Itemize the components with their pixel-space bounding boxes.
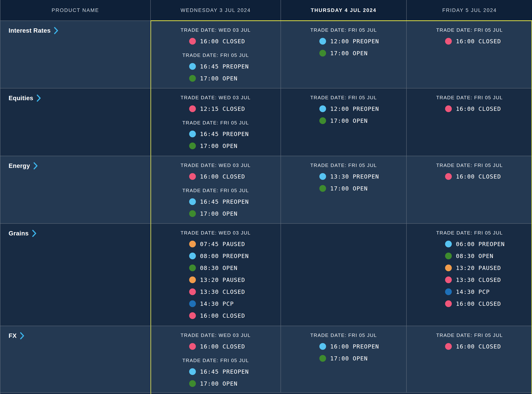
paused-status-dot — [445, 264, 452, 271]
event-status: CLOSED — [222, 312, 245, 319]
event-status: CLOSED — [222, 38, 245, 45]
event-status: OPEN — [478, 253, 494, 259]
event-status: OPEN — [222, 264, 238, 271]
schedule-entry: 17:00OPEN — [151, 378, 281, 389]
column-header-wednesday: WEDNESDAY 3 JUL 2024 — [151, 0, 281, 21]
schedule-cell-thu: TRADE DATE: FRI 05 JUL12:00PREOPEN17:00O… — [281, 88, 407, 156]
event-time: 17:00 — [200, 210, 219, 217]
schedule-entry: 06:00PREOPEN — [407, 238, 532, 250]
column-header-friday: FRIDAY 5 JUL 2024 — [407, 0, 532, 21]
event-status: CLOSED — [222, 288, 245, 295]
schedule-entry: 07:45PAUSED — [151, 238, 281, 250]
schedule-entry: 16:00CLOSED — [407, 341, 532, 353]
schedule-entry: 12:15CLOSED — [151, 103, 281, 115]
event-time: 16:00 — [200, 173, 219, 180]
open-status-dot — [319, 185, 326, 192]
closed-status-dot — [445, 343, 452, 350]
product-link-grains[interactable]: Grains — [9, 230, 36, 237]
event-status: CLOSED — [478, 276, 501, 283]
event-time: 13:30 — [456, 276, 475, 283]
trade-date-label: TRADE DATE: WED 03 JUL — [153, 94, 279, 101]
schedule-entry: 16:00CLOSED — [151, 171, 281, 182]
closed-status-dot — [189, 288, 196, 295]
trade-date-group: TRADE DATE: WED 03 JUL16:00CLOSED — [151, 162, 281, 182]
schedule-entry: 13:20PAUSED — [151, 274, 281, 286]
schedule-entry: 16:45PREOPEN — [151, 196, 281, 208]
trading-hours-table: PRODUCT NAME WEDNESDAY 3 JUL 2024 THURSD… — [0, 0, 532, 394]
product-link-equities[interactable]: Equities — [9, 94, 41, 102]
product-name: FX — [9, 332, 17, 339]
event-time: 17:00 — [200, 380, 219, 387]
trade-date-label: TRADE DATE: WED 03 JUL — [153, 332, 279, 339]
event-time: 16:00 — [456, 173, 475, 180]
schedule-entry: 08:30OPEN — [151, 262, 281, 274]
event-status: OPEN — [222, 380, 238, 387]
event-status: CLOSED — [478, 300, 501, 307]
event-time: 16:00 — [456, 343, 475, 350]
chevron-right-icon — [32, 230, 36, 237]
trade-date-group: TRADE DATE: FRI 05 JUL16:00PREOPEN17:00O… — [281, 332, 406, 364]
event-status: PREOPEN — [222, 63, 249, 70]
column-header-product-name: PRODUCT NAME — [0, 0, 151, 21]
schedule-entry: 17:00OPEN — [281, 115, 406, 127]
event-time: 16:45 — [200, 131, 219, 137]
event-status: PREOPEN — [478, 241, 505, 247]
trade-date-label: TRADE DATE: FRI 05 JUL — [153, 119, 279, 126]
event-status: PREOPEN — [353, 105, 379, 112]
open-status-dot — [189, 264, 196, 271]
preopen-status-dot — [319, 38, 326, 45]
trade-date-group: TRADE DATE: WED 03 JUL07:45PAUSED08:00PR… — [151, 230, 281, 322]
trade-date-label: TRADE DATE: FRI 05 JUL — [408, 230, 531, 236]
schedule-entry: 16:00CLOSED — [151, 341, 281, 353]
event-time: 13:20 — [200, 276, 219, 283]
event-status: PREOPEN — [222, 253, 249, 259]
event-status: PAUSED — [222, 241, 245, 247]
event-time: 12:00 — [330, 105, 349, 112]
trade-date-group: TRADE DATE: FRI 05 JUL12:00PREOPEN17:00O… — [281, 94, 406, 127]
chevron-right-icon — [33, 162, 38, 170]
schedule-entry: 14:30PCP — [407, 286, 532, 298]
trade-date-group: TRADE DATE: FRI 05 JUL16:45PREOPEN17:00O… — [151, 357, 281, 389]
open-status-dot — [189, 380, 196, 387]
trade-date-label: TRADE DATE: FRI 05 JUL — [408, 162, 531, 169]
schedule-entry: 16:00CLOSED — [151, 310, 281, 322]
closed-status-dot — [189, 173, 196, 180]
trade-date-group: TRADE DATE: FRI 05 JUL16:00CLOSED — [407, 332, 532, 353]
product-row: EquitiesTRADE DATE: WED 03 JUL12:15CLOSE… — [0, 88, 532, 156]
product-link-interest-rates[interactable]: Interest Rates — [9, 27, 58, 34]
preopen-status-dot — [189, 368, 196, 375]
trade-date-label: TRADE DATE: FRI 05 JUL — [283, 332, 404, 339]
trade-date-label: TRADE DATE: FRI 05 JUL — [283, 27, 404, 33]
product-cell: Equities — [0, 88, 151, 156]
trade-date-group: TRADE DATE: FRI 05 JUL16:00CLOSED — [407, 27, 532, 47]
event-time: 14:30 — [456, 288, 475, 295]
event-time: 08:30 — [456, 253, 475, 259]
schedule-entry: 13:30CLOSED — [407, 274, 532, 286]
pcp-status-dot — [445, 288, 452, 295]
schedule-entry: 13:20PAUSED — [407, 262, 532, 274]
schedule-entry: 16:00CLOSED — [407, 35, 532, 47]
event-time: 13:20 — [456, 264, 475, 271]
schedule-cell-fri: TRADE DATE: FRI 05 JUL16:00CLOSED — [407, 21, 532, 88]
event-time: 13:30 — [330, 173, 349, 180]
product-link-energy[interactable]: Energy — [9, 162, 38, 170]
product-link-fx[interactable]: FX — [9, 332, 24, 340]
trade-date-group: TRADE DATE: FRI 05 JUL16:00CLOSED — [407, 94, 532, 115]
event-time: 16:00 — [330, 343, 349, 350]
event-time: 16:00 — [200, 312, 219, 319]
event-time: 17:00 — [330, 355, 349, 362]
trade-date-group: TRADE DATE: FRI 05 JUL12:00PREOPEN17:00O… — [281, 27, 406, 59]
event-status: CLOSED — [222, 343, 245, 350]
event-time: 16:00 — [456, 38, 475, 45]
product-cell: FX — [0, 326, 151, 392]
schedule-cell-wed: TRADE DATE: WED 03 JUL12:15CLOSEDTRADE D… — [151, 88, 281, 156]
event-status: PREOPEN — [222, 368, 249, 375]
trade-date-group: TRADE DATE: FRI 05 JUL16:45PREOPEN17:00O… — [151, 187, 281, 220]
paused-status-dot — [189, 241, 196, 247]
trade-date-group: TRADE DATE: FRI 05 JUL16:45PREOPEN17:00O… — [151, 52, 281, 84]
event-time: 07:45 — [200, 241, 219, 247]
event-time: 16:00 — [456, 300, 475, 307]
closed-status-dot — [445, 173, 452, 180]
preopen-status-dot — [189, 253, 196, 259]
chevron-right-icon — [36, 94, 41, 102]
